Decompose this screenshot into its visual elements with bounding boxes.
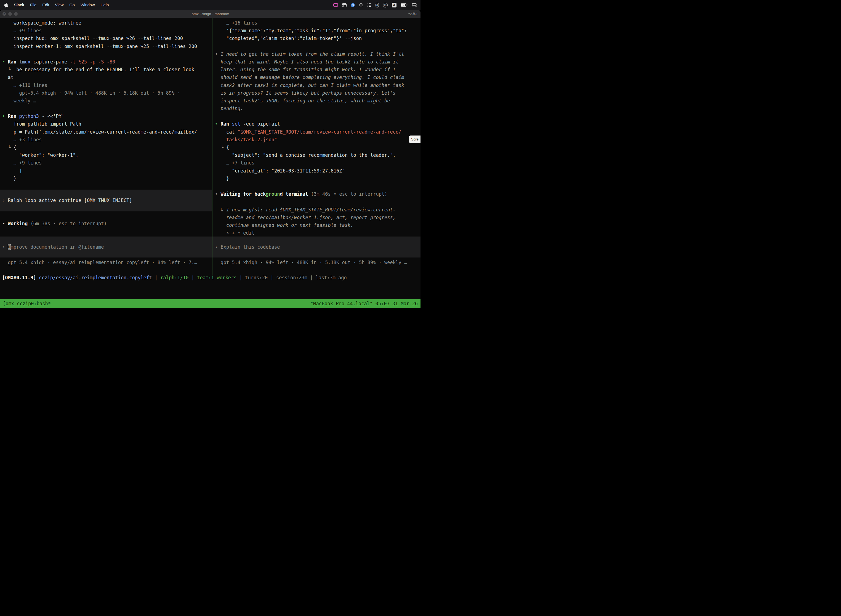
- terminal-line: • Working (6m 38s • esc to interrupt): [2, 220, 212, 227]
- terminal-line: › Explain this codebase: [215, 243, 280, 251]
- menu-item-edit[interactable]: Edit: [42, 3, 49, 7]
- tmux-status-bar: [omx-cczip0:bash* "MacBook-Pro-44.local"…: [0, 299, 420, 308]
- terminal-line: is in progress? It seems likely but perh…: [215, 89, 420, 97]
- composer-injected-text: › Ralph loop active continue [OMX_TMUX_I…: [2, 197, 132, 204]
- terminal-line: "completed","claim_token":"claim-token"}…: [215, 35, 420, 42]
- screen-recording-icon[interactable]: [333, 3, 338, 7]
- badge-61-icon[interactable]: 61: [383, 3, 388, 7]
- terminal-line: }: [2, 175, 212, 182]
- menu-item-window[interactable]: Window: [81, 3, 95, 7]
- terminal-line: [215, 198, 420, 205]
- terminal-line: weekly …: [2, 97, 212, 105]
- window-shortcut: ⌥⌘1: [408, 12, 418, 16]
- terminal-line: later. Using the same for transition mig…: [215, 66, 420, 73]
- terminal-line: └ {: [215, 144, 420, 151]
- terminal-line: … +110 lines: [2, 81, 212, 89]
- menu-item-help[interactable]: Help: [100, 3, 109, 7]
- terminal-line: ↳ 1 new msg(s): read $OMX_TEAM_STATE_ROO…: [215, 206, 420, 214]
- screen-overlay-tooltip: Scre: [409, 135, 420, 143]
- terminal-line: inspect_hud: omx sparkshell --tmux-pane …: [2, 35, 212, 42]
- composer-placeholder-left: › Improve documentation in @filename: [2, 243, 104, 251]
- composer-placeholder-right: › Explain this codebase: [215, 243, 280, 251]
- terminal-line: }: [215, 175, 420, 182]
- terminal-line: • Waiting for background terminal (3m 46…: [215, 190, 420, 198]
- composer-input-right[interactable]: › Explain this codebase: [212, 236, 420, 258]
- terminal-line: › Improve documentation in @filename: [2, 243, 104, 251]
- menu-item-go[interactable]: Go: [69, 3, 75, 7]
- input-source-icon[interactable]: A: [392, 3, 397, 7]
- blue-app-icon[interactable]: [351, 3, 355, 7]
- menu-bar-status-icons: 8 61 A: [333, 3, 417, 7]
- terminal-line: pending.: [215, 105, 420, 112]
- terminal-line: at: [2, 73, 212, 81]
- menu-item-view[interactable]: View: [55, 3, 63, 7]
- terminal-output-right: … +16 lines '{"team_name":"my-team","tas…: [212, 18, 420, 237]
- terminal-pane-left[interactable]: workspace_mode: worktree … +9 lines insp…: [0, 18, 212, 277]
- terminal-line: gpt-5.4 xhigh · 94% left · 488K in · 5.1…: [2, 89, 212, 97]
- window-title-bar: × omx --xhigh --madmax ⌥⌘1: [0, 10, 420, 18]
- apple-menu-icon[interactable]: [4, 3, 8, 7]
- terminal-line: tasks/task-2.json": [215, 136, 420, 144]
- terminal-line: "worker": "worker-1",: [2, 151, 212, 159]
- terminal-line: └ {: [2, 144, 212, 151]
- terminal-line: task2 after task1 is complete, but can I…: [215, 81, 420, 89]
- terminal-line: • I need to get the claim token from the…: [215, 50, 420, 58]
- terminal-line: inspect task2's JSON, focusing on the st…: [215, 97, 420, 105]
- terminal-line: [2, 50, 212, 58]
- terminal-line: [215, 43, 420, 50]
- composer-injected-message[interactable]: › Ralph loop active continue [OMX_TMUX_I…: [0, 189, 212, 211]
- terminal-line: continue assigned work or next feasible …: [215, 221, 420, 229]
- terminal-line: "subject": "send a concise recommendatio…: [215, 151, 420, 159]
- terminal-line: [215, 182, 420, 190]
- terminal-pane-right[interactable]: … +16 lines '{"team_name":"my-team","tas…: [212, 18, 420, 277]
- terminal-line: ⌥ + ↑ edit: [215, 229, 420, 237]
- terminal-line: • Ran python3 - <<'PY': [2, 112, 212, 120]
- terminal-line: should send a message before completing …: [215, 73, 420, 81]
- pill-8-icon[interactable]: 8: [375, 3, 379, 7]
- terminal-line: … +9 lines: [2, 27, 212, 35]
- pane-status-line-left: gpt-5.4 xhigh · essay/ai-reimplementatio…: [0, 259, 212, 266]
- dark-app-icon[interactable]: [359, 3, 363, 7]
- terminal-line: [2, 105, 212, 112]
- terminal-line: … +9 lines: [2, 159, 212, 167]
- terminal-line: readme-and-reco/mailbox/worker-1.json, a…: [215, 214, 420, 221]
- terminal-line: p = Path('.omx/state/team/review-current…: [2, 128, 212, 136]
- terminal-line: … +16 lines: [215, 19, 420, 27]
- terminal-line: [OMX#0.11.9] cczip/essay/ai-reimplementa…: [2, 274, 420, 282]
- terminal-line: › Ralph loop active continue [OMX_TMUX_I…: [2, 197, 132, 204]
- menu-item-file[interactable]: File: [30, 3, 37, 7]
- composer-input-left[interactable]: › Improve documentation in @filename: [0, 236, 212, 258]
- control-center-icon[interactable]: [412, 3, 417, 7]
- terminal-line: from pathlib import Path: [2, 120, 212, 128]
- menu-bar: Slack File Edit View Go Window Help 8 61…: [0, 0, 420, 10]
- terminal-line: workspace_mode: worktree: [2, 19, 212, 27]
- pane-status-line-right: gpt-5.4 xhigh · 94% left · 488K in · 5.1…: [212, 259, 420, 266]
- terminal-line: inspect_worker-1: omx sparkshell --tmux-…: [2, 43, 212, 50]
- terminal-output-left: workspace_mode: worktree … +9 lines insp…: [0, 18, 212, 182]
- terminal-line: ]: [2, 167, 212, 175]
- terminal-line: … +3 lines: [2, 136, 212, 144]
- terminal-line: keep that in mind. Maybe I also need the…: [215, 58, 420, 66]
- terminal-window: workspace_mode: worktree … +9 lines insp…: [0, 18, 420, 308]
- terminal-line: • Ran set -euo pipefail: [215, 120, 420, 128]
- terminal-line: '{"team_name":"my-team","task_id":"1","f…: [215, 27, 420, 35]
- grid-icon[interactable]: [342, 3, 347, 7]
- terminal-line: cat "$OMX_TEAM_STATE_ROOT/team/review-cu…: [215, 128, 420, 136]
- agent-working-status: • Working (6m 38s • esc to interrupt): [0, 220, 212, 227]
- tmux-session-name: [omx-cczip0:bash*: [3, 300, 51, 308]
- dots-grid-icon[interactable]: [367, 3, 371, 7]
- terminal-line: [215, 112, 420, 120]
- omx-session-status: [OMX#0.11.9] cczip/essay/ai-reimplementa…: [0, 274, 420, 282]
- window-title: omx --xhigh --madmax: [0, 12, 420, 16]
- tmux-host-time: "MacBook-Pro-44.local" 05:03 31-Mar-26: [311, 300, 418, 308]
- battery-icon[interactable]: [401, 3, 407, 7]
- terminal-line: … +7 lines: [215, 159, 420, 167]
- terminal-line: "created_at": "2026-03-31T11:59:27.816Z": [215, 167, 420, 175]
- terminal-line: └ be necessary for the end of the README…: [2, 66, 212, 73]
- menu-app-name[interactable]: Slack: [14, 3, 24, 7]
- terminal-line: • Ran tmux capture-pane -t %25 -p -S -80: [2, 58, 212, 66]
